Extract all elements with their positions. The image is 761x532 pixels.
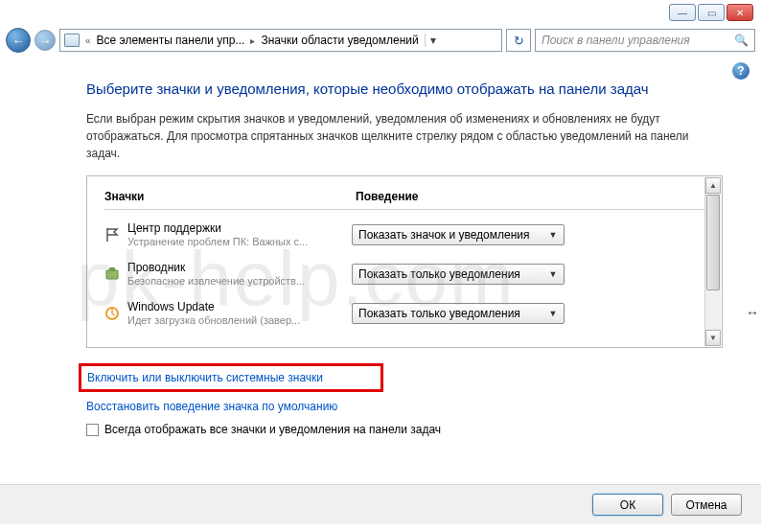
svg-rect-0 bbox=[106, 270, 118, 279]
breadcrumb-dropdown[interactable]: ▾ bbox=[425, 34, 442, 47]
breadcrumb-segment[interactable]: Все элементы панели упр... bbox=[97, 34, 245, 47]
scroll-up-button[interactable]: ▲ bbox=[705, 177, 721, 194]
action-center-icon bbox=[104, 227, 127, 243]
page-title: Выберите значки и уведомления, которые н… bbox=[86, 79, 723, 99]
control-panel-icon bbox=[64, 34, 80, 47]
row-subtitle: Идет загрузка обновлений (завер... bbox=[127, 314, 329, 326]
help-icon[interactable]: ? bbox=[732, 62, 749, 80]
table-row: Центр поддержки Устранение проблем ПК: В… bbox=[104, 221, 704, 247]
table-row: Windows Update Идет загрузка обновлений … bbox=[104, 300, 704, 326]
button-bar: ОК Отмена bbox=[0, 484, 761, 524]
dropdown-value: Показать только уведомления bbox=[358, 267, 520, 281]
nav-forward-button[interactable]: → bbox=[35, 30, 56, 51]
toggle-system-icons-link[interactable]: Включить или выключить системные значки bbox=[87, 371, 323, 384]
dropdown-value: Показать только уведомления bbox=[358, 307, 520, 320]
icons-table: Значки Поведение Центр поддержки Устране… bbox=[86, 175, 723, 348]
windows-update-icon bbox=[104, 306, 127, 321]
always-show-checkbox[interactable] bbox=[86, 424, 99, 436]
nav-back-button[interactable]: ← bbox=[6, 28, 31, 53]
scroll-down-button[interactable]: ▼ bbox=[705, 330, 721, 346]
row-name: Проводник bbox=[127, 261, 352, 274]
page-description: Если выбран режим скрытия значков и увед… bbox=[86, 110, 723, 162]
scrollbar[interactable]: ▲ ▼ bbox=[704, 177, 721, 346]
svg-rect-1 bbox=[109, 267, 115, 271]
search-placeholder: Поиск в панели управления bbox=[542, 34, 690, 47]
chevron-down-icon: ▼ bbox=[544, 266, 562, 282]
side-arrow-icon: ↔ bbox=[746, 305, 759, 320]
address-bar: ← → « Все элементы панели упр... ▸ Значк… bbox=[6, 27, 755, 54]
row-name: Windows Update bbox=[127, 300, 352, 313]
window-controls: — ▭ ✕ bbox=[669, 4, 753, 21]
column-header-behavior: Поведение bbox=[356, 190, 704, 203]
chevron-down-icon: ▼ bbox=[544, 306, 562, 321]
main-content: Выберите значки и уведомления, которые н… bbox=[86, 79, 723, 436]
refresh-button[interactable]: ↻ bbox=[506, 29, 531, 52]
cancel-button[interactable]: Отмена bbox=[671, 494, 742, 516]
row-subtitle: Устранение проблем ПК: Важных с... bbox=[127, 236, 329, 247]
behavior-dropdown[interactable]: Показать значок и уведомления ▼ bbox=[352, 224, 565, 245]
column-header-icons: Значки bbox=[104, 190, 356, 203]
row-subtitle: Безопасное извлечение устройств... bbox=[127, 275, 329, 287]
scroll-thumb[interactable] bbox=[706, 195, 720, 290]
breadcrumb-segment[interactable]: Значки области уведомлений bbox=[261, 34, 418, 47]
checkbox-label: Всегда отображать все значки и уведомлен… bbox=[104, 423, 441, 436]
table-row: Проводник Безопасное извлечение устройст… bbox=[104, 261, 704, 287]
breadcrumb[interactable]: « Все элементы панели упр... ▸ Значки об… bbox=[59, 29, 502, 52]
dropdown-value: Показать значок и уведомления bbox=[358, 228, 530, 242]
search-input[interactable]: Поиск в панели управления 🔍 bbox=[535, 29, 755, 52]
behavior-dropdown[interactable]: Показать только уведомления ▼ bbox=[352, 264, 565, 285]
chevron-icon: « bbox=[85, 35, 91, 46]
minimize-button[interactable]: — bbox=[669, 4, 696, 21]
highlighted-link-box: Включить или выключить системные значки bbox=[79, 363, 383, 392]
behavior-dropdown[interactable]: Показать только уведомления ▼ bbox=[352, 303, 565, 324]
always-show-checkbox-row: Всегда отображать все значки и уведомлен… bbox=[86, 423, 723, 436]
row-name: Центр поддержки bbox=[127, 221, 352, 235]
maximize-button[interactable]: ▭ bbox=[698, 4, 725, 21]
chevron-right-icon: ▸ bbox=[250, 35, 255, 46]
explorer-icon bbox=[104, 266, 127, 282]
close-button[interactable]: ✕ bbox=[726, 4, 753, 21]
search-icon[interactable]: 🔍 bbox=[734, 34, 749, 47]
table-header: Значки Поведение bbox=[104, 190, 704, 210]
links-section: Включить или выключить системные значки … bbox=[86, 363, 723, 436]
ok-button[interactable]: ОК bbox=[592, 494, 663, 516]
restore-defaults-link[interactable]: Восстановить поведение значка по умолчан… bbox=[86, 400, 723, 413]
chevron-down-icon: ▼ bbox=[544, 227, 562, 243]
